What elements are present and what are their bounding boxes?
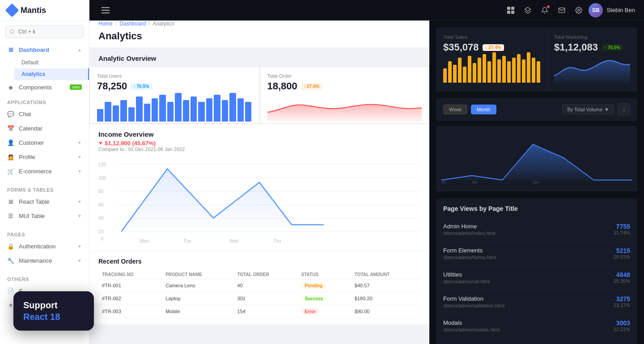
order-area-chart (267, 92, 422, 123)
chevron-down-icon: ▼ (77, 169, 82, 174)
section-label: Others (0, 275, 89, 284)
sidebar-item-customer[interactable]: 👤 Customer ▼ (0, 135, 89, 150)
sidebar-item-label: MUI Table (19, 213, 45, 219)
metric-value: $35,078 ↓ 27.4% (443, 42, 540, 53)
sidebar-item-dashboard[interactable]: ⊞ Dashboard ▲ (0, 42, 89, 57)
pages-section: Pages 🔒 Authentication ▼ 🔧 Maintenance ▼ (0, 227, 89, 271)
metric-value: 78,250 ↑70.5% (97, 80, 252, 92)
col-order: TOTAL ORDER (234, 270, 298, 279)
header-area: Home / Dashboard / Analytics Analytics (89, 21, 429, 47)
mail-button[interactable] (555, 3, 569, 17)
settings-button[interactable] (572, 3, 586, 17)
applications-section: Applications 💬 Chat 📅 Calendar 👤 Custome… (0, 94, 89, 182)
grid-button[interactable] (504, 3, 518, 17)
metric-label: Total Sales (443, 34, 540, 40)
sidebar-item-label: Profile (19, 154, 35, 160)
svg-text:Sat: Sat (472, 180, 477, 185)
income-line-chart: 120 100 80 60 40 20 0 Mon Tue Wed Thu (98, 155, 420, 245)
support-subtitle: React 18 (23, 311, 84, 323)
analytic-overview-title: Analytic Overview (89, 47, 429, 67)
sidebar-logo[interactable]: Mantis (0, 0, 89, 21)
sidebar-item-components[interactable]: ◈ Components new (0, 80, 89, 94)
notification-dot (547, 5, 550, 8)
svg-rect-3 (507, 7, 510, 10)
breadcrumb-sep: / (148, 21, 150, 27)
svg-text:Fri: Fri (441, 180, 445, 185)
app-name: Mantis (21, 6, 46, 15)
user-name: Stebin Ben (606, 7, 635, 13)
logo-icon (5, 3, 19, 17)
support-tooltip[interactable]: Support React 18 (13, 291, 94, 331)
week-button[interactable]: Week (443, 105, 467, 114)
user-profile-button[interactable]: SB Stebin Ben (589, 3, 635, 17)
breadcrumb-dashboard[interactable]: Dashboard (119, 21, 146, 27)
sidebar-item-chat[interactable]: 💬 Chat (0, 107, 89, 121)
metric-card-order: Total Order 18,800 ↓27.4% (260, 67, 430, 124)
svg-text:Sun: Sun (533, 180, 539, 185)
topbar-left (98, 3, 113, 17)
sidebar-item-default[interactable]: Default (14, 57, 89, 68)
page-views-title: Page Views by Page Title (443, 205, 630, 212)
svg-text:120: 120 (98, 162, 106, 167)
right-panel: Total Sales $35,078 ↓ 27.4% Total Market… (429, 21, 644, 344)
metric-badge: ↑70.5% (131, 83, 152, 90)
sidebar-search-area (0, 21, 89, 42)
page-view-item: Form Elements /demo/admin/forms.html 521… (443, 242, 630, 266)
svg-marker-9 (99, 142, 102, 145)
metric-number: 18,800 (267, 80, 297, 92)
svg-text:60: 60 (98, 202, 104, 207)
calendar-icon: 📅 (7, 125, 14, 132)
topbar: SB Stebin Ben (89, 0, 644, 21)
volume-dropdown[interactable]: By Total Volume ▼ (562, 105, 614, 114)
metric-label: Total Users (97, 73, 252, 79)
auth-icon: 🔒 (7, 243, 14, 250)
table-row: #TR-002 Laptop 301 Success $180.20 (98, 292, 420, 305)
page-views-list: Admin Home /demo/admin/index.html 7755 3… (443, 218, 630, 338)
breadcrumb-home[interactable]: Home (98, 21, 113, 27)
search-input[interactable] (5, 25, 84, 38)
metric-badge: ↑ 70.5% (602, 44, 623, 51)
sidebar-item-mui-table[interactable]: ☰ MUI Table ▼ (0, 209, 89, 223)
metric-label: Total Order (267, 73, 422, 79)
sidebar-item-analytics[interactable]: Analytics (14, 68, 89, 80)
sidebar-item-label: Maintenance (19, 257, 52, 264)
metric-number: $1,12,083 (554, 42, 598, 53)
sidebar-item-calendar[interactable]: 📅 Calendar (0, 121, 89, 135)
customer-icon: 👤 (7, 139, 14, 146)
forms-tables-section: Forms & Tables ⊞ React Table ▼ ☰ MUI Tab… (0, 182, 89, 227)
breadcrumb-sep: / (115, 21, 117, 27)
chevron-down-icon: ▼ (77, 155, 82, 159)
sidebar-item-react-table[interactable]: ⊞ React Table ▼ (0, 194, 89, 209)
left-panel: Home / Dashboard / Analytics Analytics A… (89, 21, 429, 344)
table-icon: ⊞ (7, 198, 14, 205)
svg-point-8 (578, 9, 580, 11)
sidebar-item-maintenance[interactable]: 🔧 Maintenance ▼ (0, 253, 89, 268)
metric-card-sales: Total Sales $35,078 ↓ 27.4% (436, 28, 547, 91)
layers-button[interactable] (521, 3, 535, 17)
download-button[interactable]: ↓ (618, 103, 630, 116)
sales-bar-chart (443, 53, 540, 84)
notifications-button[interactable] (538, 3, 552, 17)
hamburger-button[interactable] (98, 3, 113, 17)
dark-area-chart: Fri Sat Sun (436, 126, 637, 191)
sidebar-item-authentication[interactable]: 🔒 Authentication ▼ (0, 239, 89, 253)
sidebar-item-label: E-commerce (19, 168, 52, 175)
sidebar-item-ecommerce[interactable]: 🛒 E-commerce ▼ (0, 164, 89, 178)
chevron-down-icon: ▼ (77, 244, 82, 249)
month-button[interactable]: Month (471, 105, 496, 114)
ecommerce-icon: 🛒 (7, 168, 14, 175)
income-header: Income Overview $1,12,900 (45.67%) Compa… (89, 124, 429, 155)
page-view-item: Utilities /demo/admin/util.html 4848 25.… (443, 266, 630, 290)
svg-text:100: 100 (98, 176, 106, 180)
chevron-down-icon: ▼ (77, 199, 82, 204)
breadcrumb: Home / Dashboard / Analytics (98, 21, 420, 27)
svg-text:0: 0 (101, 236, 103, 241)
sidebar-item-label: React Table (19, 198, 49, 205)
marketing-area-chart (554, 53, 630, 84)
svg-text:Wed: Wed (229, 239, 239, 243)
svg-rect-5 (507, 11, 510, 14)
sidebar-item-label: Chat (19, 111, 31, 117)
sidebar-item-profile[interactable]: 🙍 Profile ▼ (0, 150, 89, 164)
topbar-right: SB Stebin Ben (504, 3, 635, 17)
sidebar-item-label: Components (19, 84, 52, 91)
